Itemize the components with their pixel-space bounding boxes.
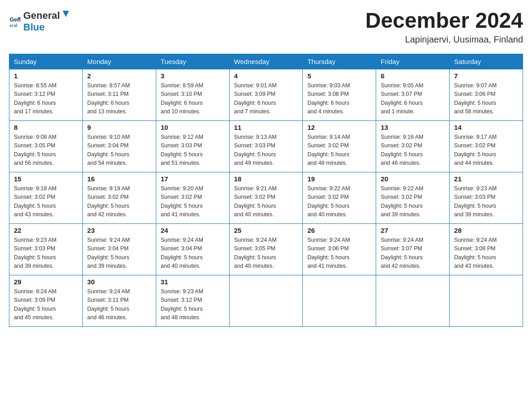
- day-info: Sunrise: 9:05 AMSunset: 3:07 PMDaylight:…: [381, 81, 445, 116]
- calendar-cell: 26Sunrise: 9:24 AMSunset: 3:06 PMDayligh…: [303, 223, 376, 275]
- calendar-cell: 16Sunrise: 9:19 AMSunset: 3:02 PMDayligh…: [82, 172, 156, 223]
- day-info: Sunrise: 9:24 AMSunset: 3:06 PMDaylight:…: [307, 236, 371, 271]
- day-number: 21: [454, 175, 518, 183]
- calendar-cell: [450, 275, 523, 326]
- day-info: Sunrise: 9:12 AMSunset: 3:03 PMDaylight:…: [161, 133, 225, 168]
- day-info: Sunrise: 9:24 AMSunset: 3:05 PMDaylight:…: [234, 236, 298, 271]
- day-info: Sunrise: 8:55 AMSunset: 3:12 PMDaylight:…: [14, 81, 78, 116]
- calendar-cell: 23Sunrise: 9:24 AMSunset: 3:04 PMDayligh…: [82, 223, 156, 275]
- day-number: 8: [14, 124, 78, 131]
- day-number: 24: [161, 227, 225, 234]
- calendar-cell: 18Sunrise: 9:21 AMSunset: 3:02 PMDayligh…: [229, 172, 303, 223]
- calendar-cell: 15Sunrise: 9:18 AMSunset: 3:02 PMDayligh…: [9, 172, 83, 223]
- day-info: Sunrise: 9:22 AMSunset: 3:02 PMDaylight:…: [381, 184, 445, 219]
- calendar-header-saturday: Saturday: [450, 54, 523, 69]
- day-info: Sunrise: 8:57 AMSunset: 3:11 PMDaylight:…: [87, 81, 151, 116]
- day-info: Sunrise: 9:24 AMSunset: 3:11 PMDaylight:…: [87, 287, 151, 322]
- svg-text:eral: eral: [9, 23, 17, 27]
- calendar-week-row: 15Sunrise: 9:18 AMSunset: 3:02 PMDayligh…: [9, 172, 523, 223]
- day-number: 4: [234, 72, 298, 80]
- calendar-cell: 5Sunrise: 9:03 AMSunset: 3:08 PMDaylight…: [303, 69, 376, 120]
- day-number: 9: [87, 124, 151, 131]
- day-number: 15: [14, 175, 78, 183]
- day-number: 18: [234, 175, 298, 183]
- day-info: Sunrise: 9:24 AMSunset: 3:08 PMDaylight:…: [454, 236, 518, 271]
- calendar-week-row: 22Sunrise: 9:23 AMSunset: 3:03 PMDayligh…: [9, 223, 523, 275]
- day-info: Sunrise: 9:10 AMSunset: 3:04 PMDaylight:…: [87, 133, 151, 168]
- day-info: Sunrise: 9:14 AMSunset: 3:02 PMDaylight:…: [307, 133, 371, 168]
- calendar-cell: 20Sunrise: 9:22 AMSunset: 3:02 PMDayligh…: [376, 172, 450, 223]
- calendar-cell: 31Sunrise: 9:23 AMSunset: 3:12 PMDayligh…: [156, 275, 229, 326]
- calendar-header-tuesday: Tuesday: [156, 54, 229, 69]
- calendar-header-wednesday: Wednesday: [229, 54, 303, 69]
- calendar-cell: 30Sunrise: 9:24 AMSunset: 3:11 PMDayligh…: [82, 275, 156, 326]
- day-number: 30: [87, 278, 151, 286]
- day-info: Sunrise: 9:21 AMSunset: 3:02 PMDaylight:…: [234, 184, 298, 219]
- calendar-cell: 25Sunrise: 9:24 AMSunset: 3:05 PMDayligh…: [229, 223, 303, 275]
- day-info: Sunrise: 9:07 AMSunset: 3:06 PMDaylight:…: [454, 81, 518, 116]
- calendar-cell: 28Sunrise: 9:24 AMSunset: 3:08 PMDayligh…: [450, 223, 523, 275]
- day-number: 23: [87, 227, 151, 234]
- day-number: 25: [234, 227, 298, 234]
- day-number: 16: [87, 175, 151, 183]
- calendar-cell: 24Sunrise: 9:24 AMSunset: 3:04 PMDayligh…: [156, 223, 229, 275]
- logo: Gen eral General Blue: [9, 9, 72, 33]
- day-number: 1: [14, 72, 78, 80]
- day-number: 22: [14, 227, 78, 234]
- calendar-header-monday: Monday: [82, 54, 156, 69]
- day-number: 2: [87, 72, 151, 80]
- day-info: Sunrise: 9:20 AMSunset: 3:02 PMDaylight:…: [161, 184, 225, 219]
- calendar-cell: 3Sunrise: 8:59 AMSunset: 3:10 PMDaylight…: [156, 69, 229, 120]
- calendar-week-row: 1Sunrise: 8:55 AMSunset: 3:12 PMDaylight…: [9, 69, 523, 120]
- calendar-table: SundayMondayTuesdayWednesdayThursdayFrid…: [9, 54, 523, 327]
- logo-arrow-icon: [61, 9, 71, 19]
- calendar-cell: 12Sunrise: 9:14 AMSunset: 3:02 PMDayligh…: [303, 120, 376, 172]
- day-info: Sunrise: 9:01 AMSunset: 3:09 PMDaylight:…: [234, 81, 298, 116]
- location-title: Lapinjaervi, Uusimaa, Finland: [365, 34, 523, 45]
- month-title: December 2024: [365, 9, 523, 33]
- calendar-cell: 10Sunrise: 9:12 AMSunset: 3:03 PMDayligh…: [156, 120, 229, 172]
- day-info: Sunrise: 9:16 AMSunset: 3:02 PMDaylight:…: [381, 133, 445, 168]
- calendar-cell: 11Sunrise: 9:13 AMSunset: 3:03 PMDayligh…: [229, 120, 303, 172]
- calendar-cell: 14Sunrise: 9:17 AMSunset: 3:02 PMDayligh…: [450, 120, 523, 172]
- day-info: Sunrise: 9:23 AMSunset: 3:03 PMDaylight:…: [14, 236, 78, 271]
- calendar-cell: [303, 275, 376, 326]
- day-number: 3: [161, 72, 225, 80]
- day-info: Sunrise: 9:23 AMSunset: 3:03 PMDaylight:…: [454, 184, 518, 219]
- calendar-cell: 29Sunrise: 9:24 AMSunset: 3:09 PMDayligh…: [9, 275, 83, 326]
- day-number: 13: [381, 124, 445, 131]
- day-info: Sunrise: 9:24 AMSunset: 3:04 PMDaylight:…: [161, 236, 225, 271]
- calendar-cell: 21Sunrise: 9:23 AMSunset: 3:03 PMDayligh…: [450, 172, 523, 223]
- day-info: Sunrise: 9:13 AMSunset: 3:03 PMDaylight:…: [234, 133, 298, 168]
- day-number: 7: [454, 72, 518, 80]
- day-info: Sunrise: 9:23 AMSunset: 3:12 PMDaylight:…: [161, 287, 225, 322]
- calendar-cell: 13Sunrise: 9:16 AMSunset: 3:02 PMDayligh…: [376, 120, 450, 172]
- day-number: 14: [454, 124, 518, 131]
- calendar-cell: 7Sunrise: 9:07 AMSunset: 3:06 PMDaylight…: [450, 69, 523, 120]
- day-number: 17: [161, 175, 225, 183]
- calendar-cell: 19Sunrise: 9:22 AMSunset: 3:02 PMDayligh…: [303, 172, 376, 223]
- day-number: 20: [381, 175, 445, 183]
- calendar-header-row: SundayMondayTuesdayWednesdayThursdayFrid…: [9, 54, 523, 69]
- calendar-cell: 2Sunrise: 8:57 AMSunset: 3:11 PMDaylight…: [82, 69, 156, 120]
- logo-text-blue: Blue: [23, 21, 45, 33]
- day-number: 26: [307, 227, 371, 234]
- day-info: Sunrise: 9:22 AMSunset: 3:02 PMDaylight:…: [307, 184, 371, 219]
- day-number: 28: [454, 227, 518, 234]
- day-info: Sunrise: 9:18 AMSunset: 3:02 PMDaylight:…: [14, 184, 78, 219]
- logo-icon: Gen eral: [9, 15, 21, 27]
- day-number: 5: [307, 72, 371, 80]
- day-info: Sunrise: 9:08 AMSunset: 3:05 PMDaylight:…: [14, 133, 78, 168]
- calendar-cell: 1Sunrise: 8:55 AMSunset: 3:12 PMDaylight…: [9, 69, 83, 120]
- day-info: Sunrise: 9:03 AMSunset: 3:08 PMDaylight:…: [307, 81, 371, 116]
- calendar-cell: [376, 275, 450, 326]
- calendar-cell: 17Sunrise: 9:20 AMSunset: 3:02 PMDayligh…: [156, 172, 229, 223]
- day-number: 31: [161, 278, 225, 286]
- day-info: Sunrise: 9:17 AMSunset: 3:02 PMDaylight:…: [454, 133, 518, 168]
- calendar-week-row: 8Sunrise: 9:08 AMSunset: 3:05 PMDaylight…: [9, 120, 523, 172]
- day-number: 19: [307, 175, 371, 183]
- calendar-week-row: 29Sunrise: 9:24 AMSunset: 3:09 PMDayligh…: [9, 275, 523, 326]
- calendar-cell: 9Sunrise: 9:10 AMSunset: 3:04 PMDaylight…: [82, 120, 156, 172]
- calendar-header-friday: Friday: [376, 54, 450, 69]
- title-section: December 2024 Lapinjaervi, Uusimaa, Finl…: [365, 9, 523, 45]
